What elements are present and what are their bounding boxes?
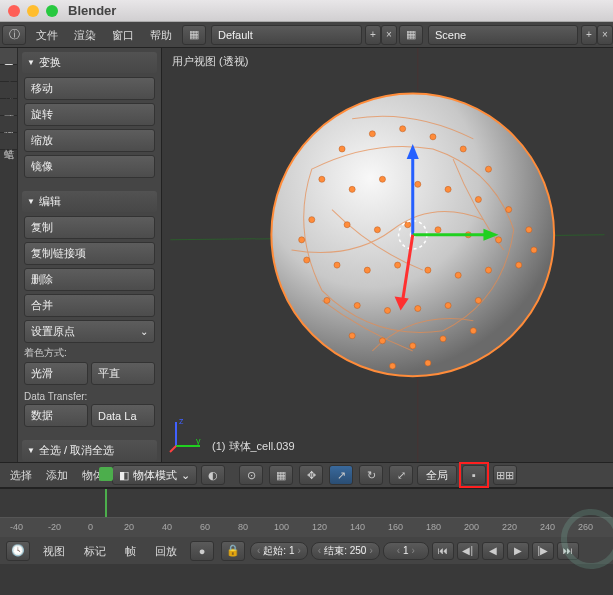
end-frame-field[interactable]: 结束: 250 (311, 542, 380, 560)
svg-point-36 (445, 302, 451, 308)
svg-point-17 (344, 222, 350, 228)
playhead[interactable] (105, 489, 107, 517)
close-window-button[interactable] (8, 5, 20, 17)
tick: 80 (238, 522, 248, 532)
svg-point-7 (460, 146, 466, 152)
orientation-selector[interactable]: 全局 (417, 465, 457, 485)
rotate-button[interactable]: 旋转 (24, 103, 155, 126)
layer-button[interactable]: ▪ (462, 465, 486, 485)
svg-point-15 (506, 207, 512, 213)
svg-point-31 (516, 262, 522, 268)
tool-tabs: 工具 创建 关系 动画 物理 蜡笔 (0, 48, 18, 462)
view3d-menu-select[interactable]: 选择 (4, 462, 38, 488)
duplicate-button[interactable]: 复制 (24, 216, 155, 239)
data-layout-button[interactable]: Data La (91, 404, 155, 427)
svg-point-23 (526, 227, 532, 233)
lock-range-icon[interactable]: 🔒 (221, 541, 245, 561)
svg-point-34 (384, 308, 390, 314)
manipulator-translate-icon[interactable]: ↗ (329, 465, 353, 485)
timeline-ruler[interactable]: -40 -20 0 20 40 60 80 100 120 140 160 18… (0, 517, 613, 537)
keyframe-next-button[interactable]: |▶ (532, 542, 554, 560)
manipulator-rotate-icon[interactable]: ↻ (359, 465, 383, 485)
scale-button[interactable]: 缩放 (24, 129, 155, 152)
tick: 160 (388, 522, 403, 532)
timeline-track[interactable] (0, 489, 613, 517)
view3d-menu-add[interactable]: 添加 (40, 462, 74, 488)
svg-point-11 (379, 176, 385, 182)
shade-flat-button[interactable]: 平直 (91, 362, 155, 385)
svg-point-45 (299, 237, 305, 243)
shade-smooth-button[interactable]: 光滑 (24, 362, 88, 385)
menu-file[interactable]: 文件 (28, 22, 66, 48)
data-transfer-label: Data Transfer: (24, 391, 155, 402)
layers-icon[interactable]: ▦ (269, 465, 293, 485)
pivot-icon[interactable]: ⊙ (239, 465, 263, 485)
minimize-window-button[interactable] (27, 5, 39, 17)
shading-label: 着色方式: (24, 346, 155, 360)
layer-grid-icon[interactable]: ⊞⊞ (493, 465, 517, 485)
highlighted-layer-button: ▪ (459, 462, 489, 488)
scene-remove-button[interactable]: × (597, 25, 613, 45)
timeline-menu-playback[interactable]: 回放 (147, 538, 185, 564)
tab-grease[interactable]: 蜡笔 (0, 133, 17, 150)
panel-header-edit[interactable]: 编辑 (22, 191, 157, 212)
mode-selector[interactable]: ◧ 物体模式 ⌄ (112, 465, 197, 485)
panel-header-transform[interactable]: 变换 (22, 52, 157, 73)
play-reverse-button[interactable]: ◀ (482, 542, 504, 560)
layout-selector[interactable]: Default (211, 25, 362, 45)
viewport-label: 用户视图 (透视) (172, 54, 248, 69)
tab-physics[interactable]: 物理 (0, 116, 17, 133)
shading-mode-icon[interactable]: ◐ (201, 465, 225, 485)
timeline-menu-frame[interactable]: 帧 (117, 538, 144, 564)
svg-point-9 (319, 176, 325, 182)
scene-browse-icon[interactable]: ▦ (399, 25, 423, 45)
jump-start-button[interactable]: ⏮ (432, 542, 454, 560)
manipulator-icon[interactable]: ✥ (299, 465, 323, 485)
tab-relations[interactable]: 关系 (0, 82, 17, 99)
set-origin-dropdown[interactable]: 设置原点 (24, 320, 155, 343)
layout-remove-button[interactable]: × (381, 25, 397, 45)
timeline-editor-type-icon[interactable]: 🕓 (6, 541, 30, 561)
menu-window[interactable]: 窗口 (104, 22, 142, 48)
layout-add-button[interactable]: + (365, 25, 381, 45)
svg-point-30 (485, 267, 491, 273)
start-frame-field[interactable]: 起始: 1 (250, 542, 308, 560)
viewport-3d[interactable]: 用户视图 (透视) (162, 48, 613, 462)
tick: 40 (162, 522, 172, 532)
tab-animation[interactable]: 动画 (0, 99, 17, 116)
tab-tools[interactable]: 工具 (0, 48, 17, 65)
keyframe-prev-button[interactable]: ◀| (457, 542, 479, 560)
svg-point-43 (390, 363, 396, 369)
scene-selector[interactable]: Scene (428, 25, 578, 45)
svg-text:y: y (196, 436, 201, 446)
screen-layout-browse-icon[interactable]: ▦ (182, 25, 206, 45)
auto-keyframe-icon[interactable]: ● (190, 541, 214, 561)
jump-end-button[interactable]: ⏭ (557, 542, 579, 560)
move-button[interactable]: 移动 (24, 77, 155, 100)
join-button[interactable]: 合并 (24, 294, 155, 317)
menu-help[interactable]: 帮助 (142, 22, 180, 48)
macos-titlebar: Blender (0, 0, 613, 22)
menu-render[interactable]: 渲染 (66, 22, 104, 48)
maximize-window-button[interactable] (46, 5, 58, 17)
svg-point-16 (309, 217, 315, 223)
timeline-menu-marker[interactable]: 标记 (76, 538, 114, 564)
timeline-menu-view[interactable]: 视图 (35, 538, 73, 564)
mirror-button[interactable]: 镜像 (24, 155, 155, 178)
svg-point-12 (415, 181, 421, 187)
panel-header-selectall[interactable]: 全选 / 取消全选 (22, 440, 157, 461)
svg-point-13 (445, 186, 451, 192)
chevron-down-icon: ⌄ (181, 469, 190, 482)
duplicate-linked-button[interactable]: 复制链接项 (24, 242, 155, 265)
play-button[interactable]: ▶ (507, 542, 529, 560)
svg-point-42 (470, 328, 476, 334)
delete-button[interactable]: 删除 (24, 268, 155, 291)
editor-type-icon[interactable]: ⓘ (2, 25, 26, 45)
tick: 20 (124, 522, 134, 532)
scene-add-button[interactable]: + (581, 25, 597, 45)
data-button[interactable]: 数据 (24, 404, 88, 427)
svg-point-18 (374, 227, 380, 233)
current-frame-field[interactable]: 1 (383, 542, 429, 560)
manipulator-scale-icon[interactable]: ⤢ (389, 465, 413, 485)
tab-create[interactable]: 创建 (0, 65, 17, 82)
